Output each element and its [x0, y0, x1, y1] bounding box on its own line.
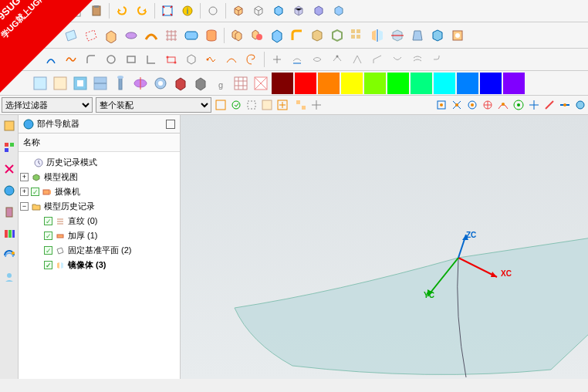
cube3-icon[interactable]: [329, 2, 348, 20]
extract-icon[interactable]: [328, 50, 346, 69]
hexagon-icon[interactable]: [182, 50, 201, 69]
tree-history[interactable]: − 模型历史记录: [20, 199, 178, 214]
color-skyblue[interactable]: [457, 73, 478, 94]
lb-tool-icon[interactable]: [2, 204, 17, 220]
check-icon[interactable]: ✓: [44, 217, 52, 225]
circle-icon[interactable]: [102, 50, 120, 69]
composite-icon[interactable]: [428, 50, 447, 69]
nav-column-name[interactable]: 名称: [19, 133, 180, 152]
rect-icon[interactable]: [122, 50, 140, 69]
cross-icon[interactable]: [268, 50, 286, 69]
revolve-icon[interactable]: [122, 26, 140, 45]
intersect-icon[interactable]: [308, 50, 326, 69]
color-darkred[interactable]: [272, 73, 293, 94]
check-icon[interactable]: ✓: [44, 246, 52, 255]
bridge-icon[interactable]: [388, 50, 407, 69]
solid2-icon[interactable]: [191, 74, 210, 93]
sel-tool7-icon[interactable]: [310, 99, 323, 111]
feature-icon[interactable]: [448, 26, 467, 45]
unite-icon[interactable]: [228, 26, 246, 45]
wireframe-icon[interactable]: [249, 2, 268, 20]
lb-web-icon[interactable]: [2, 248, 17, 263]
offset-curve-icon[interactable]: [408, 50, 427, 69]
fillet-icon[interactable]: [288, 26, 306, 45]
subtract-icon[interactable]: [248, 26, 266, 45]
lb-reuse-icon[interactable]: [2, 183, 17, 198]
expand-icon[interactable]: +: [20, 173, 29, 181]
block-icon[interactable]: [268, 26, 286, 45]
shaded-icon[interactable]: [269, 2, 288, 20]
undo-icon[interactable]: [113, 2, 131, 20]
snap8-icon[interactable]: [543, 99, 556, 111]
mirror-icon[interactable]: [368, 26, 387, 45]
check-icon[interactable]: ✓: [44, 261, 52, 269]
corner-icon[interactable]: [142, 50, 161, 69]
tree-mirror[interactable]: ✓ 镜像体 (3): [20, 258, 178, 272]
snap5-icon[interactable]: [497, 99, 509, 111]
analysis4-icon[interactable]: [91, 74, 110, 93]
trim-icon[interactable]: [388, 26, 407, 45]
lb-role-icon[interactable]: [2, 269, 17, 285]
iso-icon[interactable]: [368, 50, 387, 69]
extrude-icon[interactable]: [102, 26, 120, 45]
section-icon[interactable]: [131, 74, 150, 93]
grid-icon[interactable]: [231, 74, 250, 93]
snap6-icon[interactable]: [512, 99, 525, 111]
info-icon[interactable]: i: [178, 2, 197, 20]
curve-icon[interactable]: [222, 50, 241, 69]
assembly-select[interactable]: 整个装配: [96, 97, 211, 113]
spiral-icon[interactable]: [242, 50, 261, 69]
snap7-icon[interactable]: [528, 99, 540, 111]
collapse-icon[interactable]: −: [20, 202, 29, 211]
expand-icon[interactable]: +: [20, 188, 29, 196]
color-cyan[interactable]: [434, 73, 455, 94]
color-purple[interactable]: [503, 73, 525, 94]
snap1-icon[interactable]: [435, 99, 448, 111]
cylinder-icon[interactable]: [202, 26, 221, 45]
sel-tool2-icon[interactable]: [230, 99, 242, 111]
sel-tool6-icon[interactable]: [295, 99, 307, 111]
lb-navigator-icon[interactable]: [2, 118, 17, 133]
filter-select[interactable]: 选择过滤器: [2, 97, 93, 113]
project-icon[interactable]: [288, 50, 306, 69]
check-icon[interactable]: ✓: [31, 188, 39, 196]
check-icon[interactable]: [252, 74, 270, 93]
profile-icon[interactable]: [162, 50, 181, 69]
sel-tool4-icon[interactable]: [261, 99, 273, 111]
sel-tool5-icon[interactable]: [276, 99, 289, 111]
tree-thicken[interactable]: ✓ 加厚 (1): [20, 228, 178, 243]
snap4-icon[interactable]: [482, 99, 494, 111]
color-orange[interactable]: [318, 73, 340, 94]
snap10-icon[interactable]: [574, 99, 586, 111]
edge-icon[interactable]: [348, 50, 367, 69]
viewport-3d[interactable]: XC YC ZC: [181, 115, 588, 379]
snap9-icon[interactable]: [559, 99, 571, 111]
snap2-icon[interactable]: [451, 99, 463, 111]
mesh-icon[interactable]: [162, 26, 181, 45]
sweep-icon[interactable]: [142, 26, 161, 45]
tree-history-mode[interactable]: 历史记录模式: [20, 155, 178, 170]
check-icon[interactable]: ✓: [44, 231, 52, 240]
pattern-icon[interactable]: [348, 26, 367, 45]
tube-icon[interactable]: [182, 26, 201, 45]
color-lime[interactable]: [364, 73, 386, 94]
chamfer-icon[interactable]: [308, 26, 326, 45]
fit-icon[interactable]: [158, 2, 177, 20]
cube-icon[interactable]: [289, 2, 308, 20]
lb-assembly-icon[interactable]: [2, 140, 17, 155]
cube2-icon[interactable]: [309, 2, 328, 20]
color-yellow[interactable]: [341, 73, 363, 94]
color-blue[interactable]: [480, 73, 502, 94]
redo-icon[interactable]: [133, 2, 151, 20]
sketch-curve-icon[interactable]: [202, 50, 221, 69]
tree-ruled[interactable]: ✓ 直纹 (0): [20, 214, 178, 228]
lb-constraint-icon[interactable]: [2, 161, 17, 177]
snap3-icon[interactable]: [466, 99, 478, 111]
color-green[interactable]: [387, 73, 409, 94]
box-icon[interactable]: [229, 2, 248, 20]
screw-icon[interactable]: [111, 74, 130, 93]
sel-tool1-icon[interactable]: [215, 99, 227, 111]
draft-icon[interactable]: [408, 26, 427, 45]
tree-datum[interactable]: ✓ 固定基准平面 (2): [20, 243, 178, 258]
color-teal[interactable]: [411, 73, 432, 94]
